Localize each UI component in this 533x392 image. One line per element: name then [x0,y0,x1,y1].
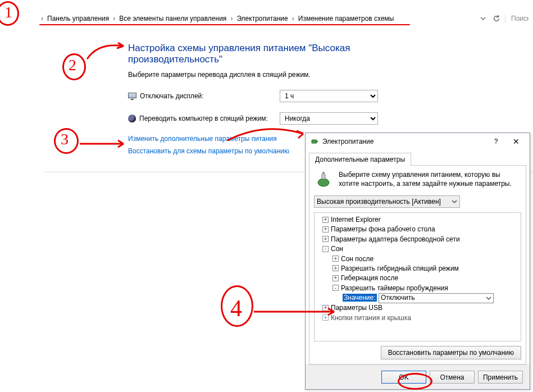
restore-defaults-button[interactable]: Восстановить параметры по умолчанию [381,346,521,359]
tree-item-wifi[interactable]: Параметры адаптера беспроводной сети [331,235,460,243]
search-input[interactable]: Поиск в [505,15,529,22]
annotation-underline [39,24,410,25]
scheme-dropdown[interactable]: Высокая производительность [Активен] [314,195,460,208]
collapse-icon[interactable] [322,246,329,252]
crumb-control-panel[interactable]: Панель управления [45,15,111,22]
dialog-titlebar: Электропитание ? ✕ [306,133,530,150]
ok-button[interactable]: OK [381,371,426,384]
cancel-button[interactable]: Отмена [430,371,475,384]
tab-panel: Выберите схему управления питанием, кото… [309,165,526,364]
row-turn-off-display: Отключать дисплей: 1 ч [128,90,404,102]
tree-item-desktop-bg[interactable]: Параметры фона рабочего стола [331,225,435,233]
value-label: Значение: [343,294,377,302]
svg-point-2 [318,179,329,186]
expand-icon[interactable] [332,265,339,271]
page-subtitle: Выберите параметры перевода дисплея в сп… [128,71,404,79]
page-title: Настройка схемы управления питанием "Выс… [128,43,404,65]
annotation-circle-4 [221,285,253,327]
apply-button[interactable]: Применить [478,371,523,384]
select-sleep-timeout[interactable]: Никогда [280,112,378,125]
expand-icon[interactable] [332,275,339,281]
tab-strip: Дополнительные параметры [306,150,530,165]
value-dropdown-text: Отключить [381,293,415,303]
history-dropdown-icon[interactable] [478,13,488,24]
svg-rect-1 [317,141,318,142]
svg-rect-0 [312,140,317,143]
chevron-right-icon: › [229,15,234,22]
expand-icon[interactable] [322,305,329,311]
crumb-all-items[interactable]: Все элементы панели управления [117,15,229,22]
dialog-button-row: OK Отмена Применить [306,364,530,389]
breadcrumb-bar: › Панель управления › Все элементы панел… [0,11,533,26]
close-button[interactable]: ✕ [506,134,526,149]
tree-item-hibernate-after[interactable]: Гибернация после [341,274,398,282]
crumb-power-options[interactable]: Электропитание [234,15,290,22]
dialog-description: Выберите схему управления питанием, кото… [339,170,521,188]
tree-item-ie[interactable]: Internet Explorer [331,216,381,224]
tree-item-sleep[interactable]: Сон [331,245,343,253]
expand-icon[interactable] [332,256,339,262]
tree-item-value-row: Значение: Отключить [316,293,520,303]
refresh-icon[interactable] [491,13,502,24]
expand-icon[interactable] [322,236,329,242]
moon-icon [128,115,136,122]
svg-rect-3 [322,174,325,179]
expand-icon[interactable] [322,314,329,321]
svg-rect-4 [323,172,325,174]
tree-item-buttons-lid[interactable]: Кнопки питания и крышка [331,314,411,322]
value-dropdown[interactable]: Отключить [379,293,494,303]
tab-advanced-settings[interactable]: Дополнительные параметры [309,153,411,166]
tree-item-hybrid-sleep[interactable]: Разрешить гибридный спящий режим [341,265,459,272]
scheme-dropdown-label: Высокая производительность [Активен] [317,198,441,206]
tree-item-usb[interactable]: Параметры USB [331,304,382,312]
chevron-right-icon: › [111,15,117,22]
expand-icon[interactable] [322,226,329,233]
help-button[interactable]: ? [486,134,506,149]
dialog-title-text: Электропитание [322,138,486,145]
chevron-right-icon: › [290,15,296,22]
chevron-right-icon: › [39,15,45,22]
annotation-number-4: 4 [230,295,242,322]
power-options-dialog: Электропитание ? ✕ Дополнительные параме… [305,133,530,390]
expand-icon[interactable] [322,217,329,223]
tree-item-sleep-after[interactable]: Сон после [341,255,373,263]
collapse-icon[interactable] [332,285,339,291]
label-sleep: Переводить компьютер в спящий режим: [139,115,268,122]
settings-tree[interactable]: Internet Explorer Параметры фона рабочег… [314,212,521,341]
monitor-icon [128,93,136,100]
power-icon [310,137,319,146]
label-turn-off-display: Отключать дисплей: [140,92,204,100]
tree-item-wake-timers[interactable]: Разрешить таймеры пробуждения [341,284,448,292]
select-display-timeout[interactable]: 1 ч [280,90,378,102]
crumb-edit-plan[interactable]: Изменение параметров схемы [296,15,397,22]
row-sleep: Переводить компьютер в спящий режим: Ник… [128,112,404,125]
bulb-battery-icon [314,170,333,191]
